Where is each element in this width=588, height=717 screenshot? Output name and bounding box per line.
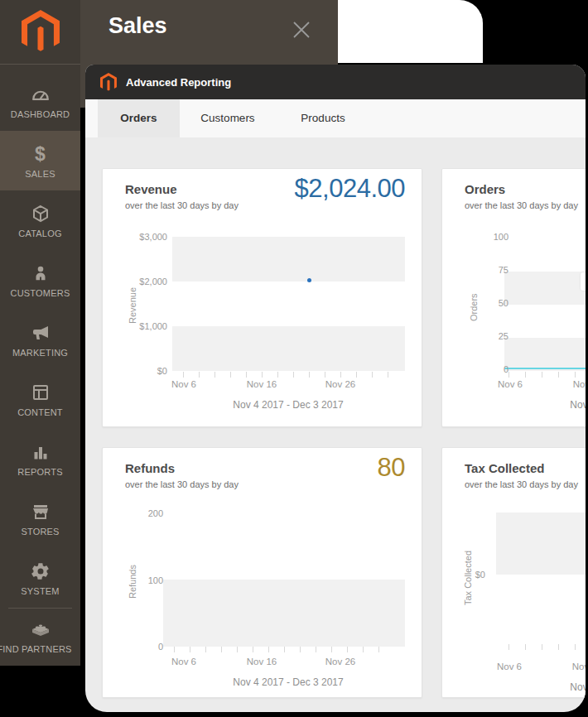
x-tick: Nov 6 bbox=[498, 379, 523, 389]
y-tick: 100 bbox=[113, 575, 163, 585]
y-tick: 75 bbox=[459, 265, 508, 275]
revenue-total-value: $2,024.00 bbox=[295, 174, 405, 204]
date-range-caption: Nov 4 2017 - Dec 3 2017 bbox=[570, 681, 586, 693]
y-tick: 200 bbox=[113, 508, 163, 518]
sidebar-item-find-partners[interactable]: FIND PARTNERS bbox=[0, 609, 80, 663]
x-tick: Nov 16 bbox=[247, 657, 277, 666]
sidebar-item-marketing[interactable]: MARKETING bbox=[0, 310, 80, 369]
page-underlay bbox=[338, 0, 483, 63]
screenshot-canvas: Sales DASHBOARD bbox=[0, 0, 588, 717]
tax-plot bbox=[496, 512, 586, 648]
gauge-icon bbox=[30, 84, 51, 105]
sidebar-item-system[interactable]: SYSTEM bbox=[0, 548, 80, 608]
plot-band bbox=[496, 512, 586, 575]
sidebar-menu: DASHBOARD $ SALES CATALOG bbox=[0, 71, 80, 663]
revenue-plot bbox=[172, 237, 405, 371]
x-tick: Nov 26 bbox=[325, 379, 355, 389]
x-axis-ticks bbox=[183, 372, 403, 378]
x-tick: Nov 6 bbox=[171, 657, 196, 666]
revenue-data-point bbox=[307, 278, 311, 282]
y-tick: $0 bbox=[118, 366, 167, 376]
y-tick: 0 bbox=[459, 364, 508, 374]
sidebar-item-label: CONTENT bbox=[17, 407, 63, 417]
plot-band bbox=[172, 237, 405, 282]
close-icon[interactable] bbox=[292, 20, 311, 40]
megaphone-icon bbox=[31, 322, 51, 344]
sidebar-item-label: SALES bbox=[25, 169, 55, 179]
x-tick: Nov 26 bbox=[325, 657, 355, 666]
card-subtitle: over the last 30 days by day bbox=[465, 479, 578, 489]
date-range-caption: Nov 4 2017 - Dec 3 2017 bbox=[233, 676, 343, 688]
x-axis-ticks bbox=[508, 372, 586, 378]
card-title: Revenue bbox=[125, 182, 177, 196]
magento-logo-small bbox=[100, 73, 117, 92]
flyout-title: Sales bbox=[108, 13, 167, 39]
report-tabbar: Orders Customers Products bbox=[85, 99, 586, 137]
tab-orders[interactable]: Orders bbox=[98, 99, 180, 137]
chart-tooltip bbox=[581, 272, 586, 291]
advanced-reporting-header: Advanced Reporting bbox=[85, 65, 586, 99]
plot-band bbox=[163, 580, 405, 647]
card-subtitle: over the last 30 days by day bbox=[125, 479, 239, 489]
x-axis-ticks bbox=[174, 647, 394, 652]
store-icon bbox=[31, 501, 51, 522]
dollar-icon: $ bbox=[35, 143, 46, 165]
y-axis-title: Orders bbox=[469, 293, 479, 321]
x-tick: Nov 16 bbox=[573, 379, 586, 389]
x-tick: Nov 6 bbox=[497, 662, 522, 671]
card-subtitle: over the last 30 days by day bbox=[125, 200, 239, 210]
admin-sidebar: DASHBOARD $ SALES CATALOG bbox=[0, 0, 80, 666]
date-range-caption: Nov 4 2017 - Dec 3 2017 bbox=[570, 399, 586, 411]
refunds-plot bbox=[163, 513, 405, 647]
y-axis-title: Revenue bbox=[128, 287, 137, 324]
layout-icon bbox=[31, 382, 51, 403]
sidebar-item-label: FIND PARTNERS bbox=[0, 644, 72, 654]
x-tick: Nov 6 bbox=[171, 379, 196, 389]
y-tick: 0 bbox=[113, 642, 163, 652]
y-tick: 100 bbox=[459, 232, 508, 242]
y-axis-title: Tax Collected bbox=[463, 551, 473, 605]
y-axis-title: Refunds bbox=[128, 565, 137, 599]
orders-plot bbox=[504, 238, 586, 371]
brick-icon bbox=[30, 618, 51, 640]
magento-logo[interactable] bbox=[0, 0, 80, 65]
date-range-caption: Nov 4 2017 - Dec 3 2017 bbox=[233, 399, 343, 411]
window-title: Advanced Reporting bbox=[126, 76, 231, 89]
refunds-total-value: 80 bbox=[378, 453, 405, 483]
plot-band bbox=[504, 272, 586, 305]
x-tick: Nov 16 bbox=[247, 379, 277, 389]
sidebar-item-customers[interactable]: CUSTOMERS bbox=[0, 250, 80, 310]
sidebar-item-label: DASHBOARD bbox=[11, 109, 70, 119]
plot-band bbox=[504, 338, 586, 371]
sidebar-item-label: CATALOG bbox=[18, 229, 61, 238]
refunds-card: Refunds over the last 30 days by day 80 … bbox=[102, 447, 422, 698]
person-icon bbox=[31, 262, 50, 284]
y-tick: $3,000 bbox=[118, 232, 167, 242]
sidebar-item-label: MARKETING bbox=[12, 348, 68, 358]
advanced-reporting-window: Advanced Reporting Orders Customers Prod… bbox=[85, 65, 586, 712]
tab-products[interactable]: Products bbox=[277, 99, 369, 137]
box-icon bbox=[31, 203, 51, 224]
y-tick: 25 bbox=[459, 331, 508, 341]
sidebar-item-sales[interactable]: $ SALES bbox=[0, 131, 80, 190]
tab-customers[interactable]: Customers bbox=[185, 99, 271, 137]
gear-icon bbox=[31, 561, 51, 582]
sidebar-item-dashboard[interactable]: DASHBOARD bbox=[0, 71, 80, 131]
card-title: Refunds bbox=[125, 461, 175, 475]
x-tick: Nov 16 bbox=[572, 662, 586, 671]
sidebar-item-content[interactable]: CONTENT bbox=[0, 369, 80, 429]
y-tick: 50 bbox=[459, 298, 508, 308]
sidebar-item-catalog[interactable]: CATALOG bbox=[0, 190, 80, 250]
card-subtitle: over the last 30 days by day bbox=[465, 200, 578, 210]
plot-band bbox=[172, 326, 405, 371]
x-axis-ticks bbox=[508, 644, 586, 650]
tax-collected-card: Tax Collected over the last 30 days by d… bbox=[441, 447, 586, 698]
sidebar-item-label: REPORTS bbox=[17, 467, 62, 477]
orders-card: Orders over the last 30 days by day 100 … bbox=[441, 168, 586, 427]
sidebar-item-reports[interactable]: REPORTS bbox=[0, 429, 80, 488]
orders-line-series bbox=[504, 368, 586, 369]
sidebar-item-label: CUSTOMERS bbox=[11, 288, 70, 298]
y-tick: $1,000 bbox=[118, 321, 167, 331]
sidebar-item-stores[interactable]: STORES bbox=[0, 488, 80, 548]
card-title: Tax Collected bbox=[465, 461, 544, 475]
